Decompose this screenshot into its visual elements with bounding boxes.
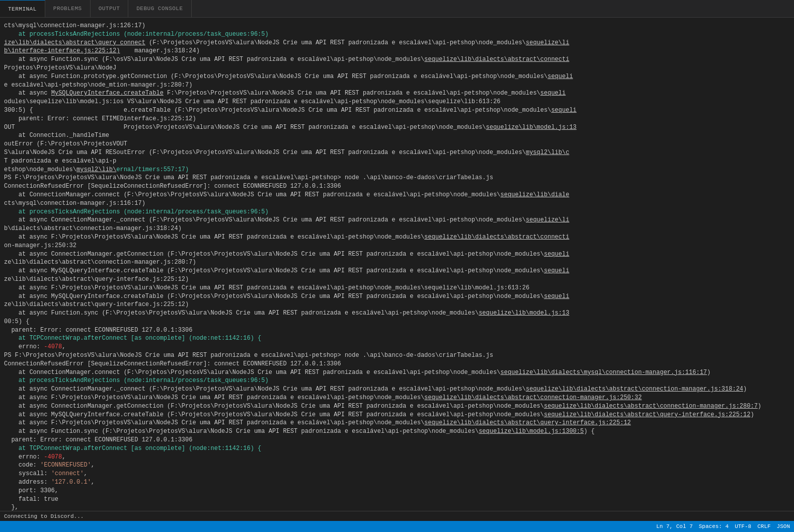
terminal-line: at async F:\Projetos\ProjetosVS\alura\No… bbox=[4, 394, 790, 402]
terminal-line: fatal: true bbox=[4, 495, 790, 504]
terminal-line: b\interface-interface.js:225:12) manager… bbox=[4, 47, 790, 55]
status-bar-right: Ln 7, Col 7 Spaces: 4 UTF-8 CRLF JSON bbox=[656, 523, 790, 529]
terminal-line: }, bbox=[4, 503, 790, 511]
terminal-line: PS F:\Projetos\ProjetosVS\alura\NodeJS C… bbox=[4, 174, 790, 182]
terminal-line: ConnectionRefusedError [SequelizeConnect… bbox=[4, 360, 790, 368]
terminal-line: at TCPConnectWrap.afterConnect [as oncom… bbox=[4, 334, 790, 343]
terminal-line: at async ConnectionManager._connect (F:\… bbox=[4, 385, 790, 394]
terminal-line: port: 3306, bbox=[4, 487, 790, 495]
terminal-line: ze\lib\dialects\abstract\query-interface… bbox=[4, 275, 790, 284]
terminal-tab-bar: TERMINAL PROBLEMS OUTPUT DEBUG CONSOLE bbox=[0, 0, 794, 18]
terminal-line: at async MySQLQueryInterface.createTable… bbox=[4, 89, 790, 98]
terminal-line: b\dialects\abstract\connection-manager.j… bbox=[4, 224, 790, 233]
terminal-line: at processTicksAndRejections (node:inter… bbox=[4, 208, 790, 216]
terminal-line: outError (F:\Projetos\ProjetosVOUT bbox=[4, 140, 790, 148]
terminal-line: syscall: 'connect', bbox=[4, 470, 790, 478]
tab-terminal[interactable]: TERMINAL bbox=[0, 0, 45, 17]
status-line-ending: CRLF bbox=[757, 523, 770, 529]
terminal-line: at async Function.sync (F:\Projetos\Proj… bbox=[4, 309, 790, 318]
terminal-line: parent: Error: connect ECONNREFUSED 127.… bbox=[4, 326, 790, 335]
terminal-line: OUT Projetos\ProjetosVS\alura\NodeJS Cri… bbox=[4, 123, 790, 132]
terminal-line: odules\sequelize\lib\model.js:ios VS\alu… bbox=[4, 98, 790, 106]
terminal-line: at async MySQLQueryInterface.createTable… bbox=[4, 292, 790, 301]
terminal-line: at async MySQLQueryInterface.createTable… bbox=[4, 411, 790, 419]
terminal-line: cts\mysql\connection-manager.js:126:17) bbox=[4, 22, 790, 30]
terminal-line: ze\lib\dialects\abstract\connection-mana… bbox=[4, 258, 790, 267]
terminal-line: 00:5) { bbox=[4, 318, 790, 326]
terminal-line: cts\mysql\connection-manager.js:116:17) bbox=[4, 199, 790, 208]
notification-bar: Connecting to Discord... bbox=[0, 511, 794, 521]
terminal-line: at async F:\Projetos\ProjetosVS\alura\No… bbox=[4, 419, 790, 427]
status-encoding: UTF-8 bbox=[735, 523, 751, 529]
status-bar: Ln 7, Col 7 Spaces: 4 UTF-8 CRLF JSON bbox=[0, 521, 794, 532]
status-spaces: Spaces: 4 bbox=[699, 523, 729, 529]
terminal-line: at async Function.sync (F:\osVS\alura\No… bbox=[4, 55, 790, 64]
terminal-line: parent: Error: connect ETIMEDinterface.j… bbox=[4, 115, 790, 123]
notification-text: Connecting to Discord... bbox=[4, 513, 84, 519]
terminal-line: at TCPConnectWrap.afterConnect [as oncom… bbox=[4, 444, 790, 453]
terminal-line: ConnectionRefusedError [SequelizeConnect… bbox=[4, 182, 790, 191]
terminal-line: e escalável\api-petshop\node_mtion-manag… bbox=[4, 81, 790, 90]
tab-problems[interactable]: PROBLEMS bbox=[45, 0, 91, 17]
terminal-line: at processTicksAndRejections (node:inter… bbox=[4, 376, 790, 385]
terminal-line: Projetos\ProjetosVS\alura\NodeJ bbox=[4, 64, 790, 72]
terminal-line: errno: -4078, bbox=[4, 453, 790, 462]
terminal-line: on-manager.js:250:32 bbox=[4, 242, 790, 250]
tab-output[interactable]: OUTPUT bbox=[91, 0, 129, 17]
terminal-line: address: '127.0.0.1', bbox=[4, 478, 790, 487]
terminal-line: at Connection._handleTime bbox=[4, 131, 790, 140]
terminal-line: at async ConnectionManager._connect (F:\… bbox=[4, 216, 790, 224]
terminal-line: parent: Error: connect ECONNREFUSED 127.… bbox=[4, 436, 790, 444]
terminal-line: errno: -4078, bbox=[4, 343, 790, 351]
terminal-line: at ConnectionManager.connect (F:\Projeto… bbox=[4, 368, 790, 377]
terminal-line: 300:5) { e.createTable (F:\Projetos\Proj… bbox=[4, 106, 790, 115]
terminal-line: ize\lib\dialects\abstract\query_connect … bbox=[4, 39, 790, 47]
terminal-line: etshop\node_modules\mysql2\lib\ernal/tim… bbox=[4, 166, 790, 174]
terminal-line: at async F:\Projetos\ProjetosVS\alura\No… bbox=[4, 233, 790, 242]
terminal-output[interactable]: cts\mysql\connection-manager.js:126:17) … bbox=[0, 18, 794, 511]
tab-debug-console[interactable]: DEBUG CONSOLE bbox=[128, 0, 191, 17]
terminal-line: at async ConnectionManager.getConnection… bbox=[4, 402, 790, 411]
terminal-line: at async MySQLQueryInterface.createTable… bbox=[4, 267, 790, 275]
terminal-line: at processTicksAndRejections (node:inter… bbox=[4, 30, 790, 39]
terminal-line: T padronizada e escalável\api-p bbox=[4, 157, 790, 166]
terminal-line: at async Function.sync (F:\Projetos\Proj… bbox=[4, 427, 790, 436]
terminal-line: at async F:\Projetos\ProjetosVS\alura\No… bbox=[4, 284, 790, 292]
terminal-line: at ConnectionManager.connect (F:\Projeto… bbox=[4, 191, 790, 199]
terminal-line: at async ConnectionManager.getConnection… bbox=[4, 250, 790, 259]
terminal-line: at async Function.prototype.getConnectio… bbox=[4, 72, 790, 81]
status-ln-col: Ln 7, Col 7 bbox=[656, 523, 693, 529]
terminal-line: PS F:\Projetos\ProjetosVS\alura\NodeJS C… bbox=[4, 351, 790, 360]
terminal-line: code: 'ECONNREFUSED', bbox=[4, 461, 790, 470]
terminal-line: S\alura\NodeJS Crie uma API RESoutError … bbox=[4, 148, 790, 157]
status-language: JSON bbox=[777, 523, 790, 529]
terminal-line: ze\lib\dialects\abstract\query-interface… bbox=[4, 300, 790, 309]
